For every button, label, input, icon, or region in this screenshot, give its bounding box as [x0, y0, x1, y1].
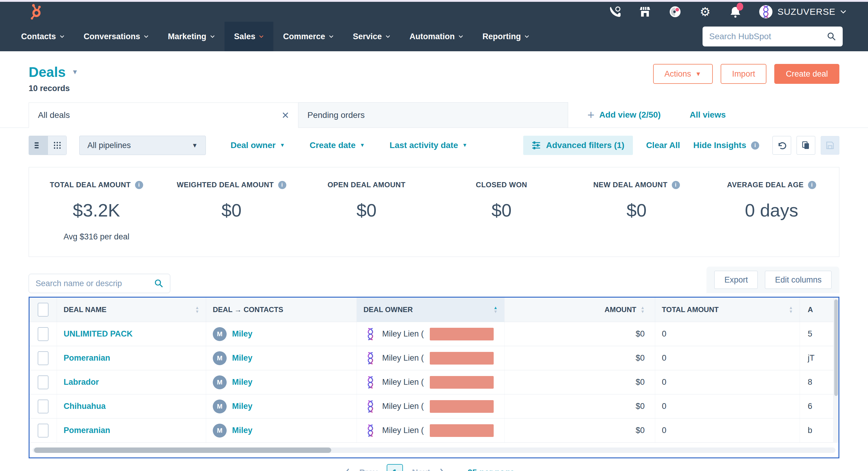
select-all-checkbox[interactable]: [38, 303, 49, 317]
tab-pending-orders[interactable]: Pending orders: [299, 102, 568, 127]
all-views-link[interactable]: All views: [689, 102, 726, 127]
tab-all-deals[interactable]: All deals: [29, 102, 299, 128]
row-checkbox[interactable]: [38, 351, 49, 365]
contact-link[interactable]: Miley: [232, 378, 253, 387]
deal-name-link[interactable]: Chihuahua: [64, 402, 106, 411]
advanced-filters-button[interactable]: Advanced filters (1): [523, 136, 633, 155]
info-icon[interactable]: i: [278, 181, 286, 189]
copy-view-button[interactable]: [797, 136, 815, 155]
nav-item-reporting[interactable]: Reporting: [473, 22, 539, 51]
total-amount-cell: 0: [655, 322, 800, 346]
settings-gear-icon[interactable]: ⚙: [699, 5, 712, 19]
edit-columns-button[interactable]: Edit columns: [765, 271, 832, 289]
column-header-deal-contacts[interactable]: DEAL → CONTACTS: [206, 298, 356, 322]
sort-arrows[interactable]: ▲▼: [195, 306, 199, 314]
insight-value: 0 days: [704, 200, 839, 221]
clipped-cell: 8: [800, 370, 838, 394]
redacted-text-block: [430, 424, 494, 437]
info-icon[interactable]: i: [672, 181, 680, 189]
account-menu[interactable]: SUZUVERSE: [759, 5, 846, 19]
chevron-right-icon[interactable]: [439, 468, 445, 471]
vertical-scrollbar[interactable]: [833, 298, 838, 442]
nav-item-marketing[interactable]: Marketing: [158, 22, 224, 51]
row-checkbox[interactable]: [38, 400, 49, 413]
search-icon[interactable]: [827, 32, 836, 41]
global-search: [703, 27, 843, 47]
notifications-bell-icon[interactable]: [729, 5, 742, 19]
deal-owner-filter[interactable]: Deal owner ▼: [230, 141, 285, 150]
deal-name-link[interactable]: UNLIMITED PACK: [64, 329, 133, 338]
nav-item-service[interactable]: Service: [343, 22, 400, 51]
chevron-down-icon: ▼: [360, 142, 365, 148]
column-header-total-amount[interactable]: TOTAL AMOUNT ▲▼: [655, 298, 800, 322]
prev-page-button[interactable]: Prev: [359, 468, 378, 471]
import-button[interactable]: Import: [721, 64, 767, 84]
vertical-scrollbar-thumb[interactable]: [834, 299, 838, 396]
contact-link[interactable]: Miley: [232, 402, 253, 411]
hubspot-sprocket-logo[interactable]: [29, 4, 43, 20]
copilot-icon[interactable]: [669, 5, 682, 19]
info-icon[interactable]: i: [135, 181, 143, 189]
nav-item-commerce[interactable]: Commerce: [273, 22, 343, 51]
sort-arrows[interactable]: ▲▼: [789, 306, 793, 314]
nav-item-contacts[interactable]: Contacts: [11, 22, 74, 51]
export-button[interactable]: Export: [714, 271, 758, 289]
row-checkbox[interactable]: [38, 327, 49, 341]
info-icon[interactable]: i: [751, 141, 759, 150]
owner-org-logo: [364, 375, 377, 389]
table-search-input[interactable]: [36, 279, 154, 288]
pipeline-select[interactable]: All pipelines ▼: [79, 136, 206, 155]
filter-bar: All pipelines ▼ Deal owner ▼ Create date…: [29, 136, 839, 155]
select-all-cell: [30, 298, 57, 322]
contact-link[interactable]: Miley: [232, 329, 253, 338]
create-date-filter[interactable]: Create date ▼: [310, 141, 365, 150]
column-header-clipped[interactable]: A: [800, 298, 838, 322]
contact-link[interactable]: Miley: [232, 353, 253, 363]
close-icon[interactable]: [282, 112, 289, 119]
call-phone-icon[interactable]: [608, 5, 621, 19]
owner-name: Miley Lien (: [382, 426, 424, 435]
next-page-button[interactable]: Next: [412, 468, 430, 471]
contact-link[interactable]: Miley: [232, 426, 253, 435]
save-view-button[interactable]: [821, 136, 839, 155]
object-type-switcher[interactable]: Deals ▼: [29, 64, 79, 80]
hide-insights-button[interactable]: Hide Insights i: [693, 141, 759, 150]
chevron-left-icon[interactable]: [344, 468, 350, 471]
create-deal-button[interactable]: Create deal: [774, 64, 839, 84]
amount-cell: $0: [504, 370, 655, 394]
deal-name-link[interactable]: Labrador: [64, 378, 99, 387]
global-search-input[interactable]: [709, 32, 827, 41]
column-header-deal-owner[interactable]: DEAL OWNER ▲▼: [356, 298, 504, 322]
insight-subtext: Avg $316 per deal: [29, 232, 164, 241]
nav-item-automation[interactable]: Automation: [400, 22, 473, 51]
sort-arrows[interactable]: ▲▼: [641, 306, 645, 314]
search-icon[interactable]: [154, 279, 163, 288]
per-page-select[interactable]: 25 per page ▼: [467, 468, 524, 471]
row-checkbox[interactable]: [38, 375, 49, 389]
actions-button[interactable]: Actions ▼: [653, 64, 713, 84]
owner-name: Miley Lien (: [382, 353, 424, 363]
clear-all-button[interactable]: Clear All: [646, 141, 680, 150]
redacted-text-block: [430, 328, 494, 341]
last-activity-date-filter[interactable]: Last activity date ▼: [390, 141, 467, 150]
undo-button[interactable]: [772, 136, 791, 155]
board-view-toggle[interactable]: [48, 136, 66, 155]
insights-panel: TOTAL DEAL AMOUNT i $3.2K Avg $316 per d…: [29, 167, 839, 257]
info-icon[interactable]: i: [808, 181, 816, 189]
page-title: Deals: [29, 64, 66, 80]
row-checkbox[interactable]: [38, 424, 49, 438]
current-page-button[interactable]: 1: [387, 464, 403, 471]
marketplace-icon[interactable]: [638, 5, 652, 19]
nav-item-sales[interactable]: Sales: [224, 22, 274, 51]
horizontal-scrollbar-thumb[interactable]: [34, 447, 331, 453]
nav-item-conversations[interactable]: Conversations: [74, 22, 158, 51]
contact-avatar: M: [213, 327, 227, 341]
horizontal-scrollbar[interactable]: [33, 447, 835, 453]
column-header-deal-name[interactable]: DEAL NAME ▲▼: [57, 298, 206, 322]
column-header-amount[interactable]: AMOUNT ▲▼: [504, 298, 655, 322]
deal-name-link[interactable]: Pomeranian: [64, 353, 110, 363]
deal-name-link[interactable]: Pomeranian: [64, 426, 110, 435]
add-view-button[interactable]: + Add view (2/50): [587, 102, 661, 127]
sort-arrows-active[interactable]: ▲▼: [493, 306, 498, 314]
list-view-toggle[interactable]: [29, 136, 48, 155]
